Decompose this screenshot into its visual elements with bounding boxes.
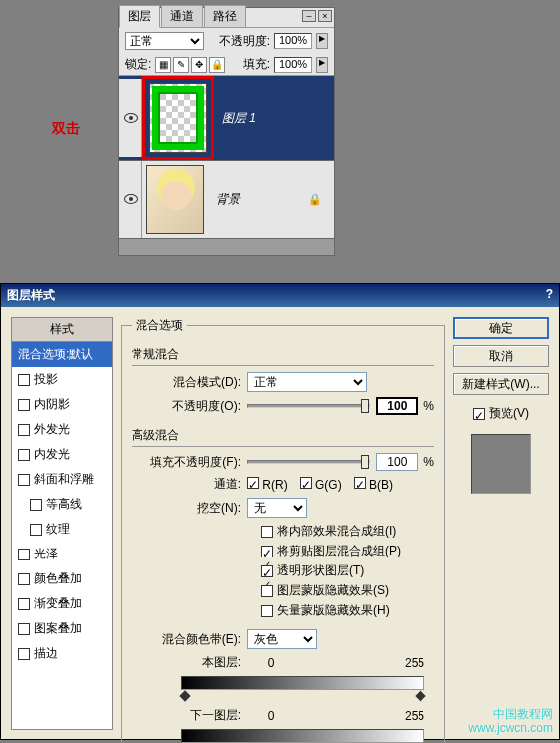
checkbox-icon[interactable] xyxy=(261,585,273,597)
range-min: 0 xyxy=(251,709,291,723)
advanced-check-row[interactable]: ✓透明形状图层(T) xyxy=(261,562,434,579)
range-max: 255 xyxy=(405,709,424,723)
checkbox-icon[interactable] xyxy=(18,648,30,660)
opacity-label: 不透明度: xyxy=(219,33,270,50)
new-style-button[interactable]: 新建样式(W)... xyxy=(453,373,549,395)
checkbox-icon[interactable] xyxy=(30,524,42,536)
checkbox-icon[interactable] xyxy=(18,549,30,560)
style-item[interactable]: 外发光 xyxy=(12,417,112,442)
style-item-label: 图案叠加 xyxy=(34,620,82,637)
style-item-label: 渐变叠加 xyxy=(34,595,82,612)
layer-item[interactable]: 图层 1 xyxy=(119,76,334,161)
help-icon[interactable]: ? xyxy=(546,287,553,304)
dialog-title: 图层样式 xyxy=(7,287,55,304)
blend-mode-select[interactable]: 正常 xyxy=(125,32,204,50)
lock-all-icon[interactable]: 🔒 xyxy=(209,57,225,73)
tab-channels[interactable]: 通道 xyxy=(161,5,203,27)
style-item[interactable]: 光泽 xyxy=(12,542,112,566)
range-min: 0 xyxy=(251,656,291,670)
checkbox-icon[interactable] xyxy=(18,573,30,585)
style-item[interactable]: 纹理 xyxy=(12,517,112,542)
checkbox-icon[interactable]: ✓ xyxy=(261,565,273,577)
checkbox-icon[interactable]: ✓ xyxy=(354,477,366,489)
opacity-slider[interactable] xyxy=(247,404,370,408)
fill-opacity-slider[interactable] xyxy=(247,460,370,464)
close-icon[interactable]: × xyxy=(318,10,332,22)
underlying-gradient[interactable] xyxy=(181,729,424,743)
checkbox-icon[interactable]: ✓ xyxy=(300,477,312,489)
style-item[interactable]: 描边 xyxy=(12,641,112,666)
visibility-icon[interactable] xyxy=(124,194,138,204)
ok-button[interactable]: 确定 xyxy=(453,317,549,339)
visibility-icon[interactable] xyxy=(124,113,138,123)
style-item[interactable]: 混合选项:默认 xyxy=(12,342,112,367)
advanced-check-row[interactable]: 图层蒙版隐藏效果(S) xyxy=(261,582,434,599)
lock-position-icon[interactable]: ✥ xyxy=(191,57,207,73)
opacity-value[interactable]: 100% xyxy=(274,33,312,49)
checkbox-icon[interactable] xyxy=(18,449,30,461)
style-item-label: 内阴影 xyxy=(34,396,70,413)
style-item[interactable]: 斜面和浮雕 xyxy=(12,467,112,492)
fill-label: 填充: xyxy=(243,56,270,73)
advanced-check-row[interactable]: ✓将剪贴图层混合成组(P) xyxy=(261,543,434,559)
lock-image-icon[interactable]: ✎ xyxy=(173,57,189,73)
channel-r[interactable]: ✓ R(R) xyxy=(247,477,288,492)
watermark: 中国教程网 www.jcwcn.com xyxy=(468,707,553,735)
opacity-input[interactable] xyxy=(376,397,418,415)
style-item[interactable]: 图案叠加 xyxy=(12,616,112,641)
checkbox-icon[interactable]: ✓ xyxy=(261,546,273,557)
minimize-icon[interactable]: – xyxy=(302,10,316,22)
style-list-header: 样式 xyxy=(12,318,112,342)
opacity-flyout-icon[interactable]: ▶ xyxy=(316,33,328,49)
main-title: 混合选项 xyxy=(132,317,187,334)
underlying-label: 下一图层: xyxy=(181,707,241,724)
channel-b[interactable]: ✓ B(B) xyxy=(354,477,393,492)
style-item[interactable]: 颜色叠加 xyxy=(12,566,112,591)
checkbox-icon[interactable] xyxy=(18,598,30,610)
blend-if-select[interactable]: 灰色 xyxy=(247,629,317,649)
this-layer-gradient[interactable] xyxy=(181,676,424,690)
annotation-text: 双击 xyxy=(52,120,80,138)
fill-opacity-input[interactable] xyxy=(376,453,418,471)
style-item[interactable]: 内阴影 xyxy=(12,392,112,417)
check-label: 图层蒙版隐藏效果(S) xyxy=(277,582,389,599)
advanced-check-row[interactable]: 将内部效果混合成组(I) xyxy=(261,523,434,540)
style-item[interactable]: 等高线 xyxy=(12,492,112,517)
cancel-button[interactable]: 取消 xyxy=(453,345,549,367)
checkbox-icon[interactable] xyxy=(18,623,30,635)
checkbox-icon[interactable] xyxy=(30,499,42,511)
channel-g[interactable]: ✓ G(G) xyxy=(300,477,342,492)
tab-layers[interactable]: 图层 xyxy=(119,5,160,28)
layer-item[interactable]: 背景 🔒 xyxy=(119,161,334,239)
blend-mode-select[interactable]: 正常 xyxy=(247,372,367,392)
checkbox-icon[interactable] xyxy=(18,374,30,386)
general-group-title: 常规混合 xyxy=(132,346,434,366)
layer-name[interactable]: 背景 xyxy=(208,191,240,208)
blend-if-label: 混合颜色带(E): xyxy=(132,631,241,648)
preview-label: 预览(V) xyxy=(489,405,529,422)
style-item[interactable]: 内发光 xyxy=(12,442,112,467)
style-item[interactable]: 渐变叠加 xyxy=(12,591,112,616)
dialog-titlebar[interactable]: 图层样式 ? xyxy=(1,284,559,307)
pct-label: % xyxy=(423,455,434,469)
tab-paths[interactable]: 路径 xyxy=(204,5,246,27)
preview-checkbox[interactable]: ✓ xyxy=(473,408,485,420)
checkbox-icon[interactable] xyxy=(261,526,273,538)
slider-handle-icon[interactable] xyxy=(179,690,190,701)
checkbox-icon[interactable] xyxy=(18,399,30,411)
fill-value[interactable]: 100% xyxy=(274,57,312,73)
advanced-check-row[interactable]: 矢量蒙版隐藏效果(H) xyxy=(261,602,434,619)
checkbox-icon[interactable] xyxy=(18,424,30,436)
checkbox-icon[interactable] xyxy=(261,605,273,617)
style-item[interactable]: 投影 xyxy=(12,367,112,392)
checkbox-icon[interactable] xyxy=(18,474,30,486)
knockout-select[interactable]: 无 xyxy=(247,498,307,518)
layer-name[interactable]: 图层 1 xyxy=(214,110,256,127)
layer-list: 图层 1 背景 🔒 xyxy=(119,76,334,255)
layer-thumbnail[interactable] xyxy=(146,165,204,234)
lock-transparent-icon[interactable]: ▦ xyxy=(155,57,171,73)
fill-flyout-icon[interactable]: ▶ xyxy=(316,57,328,73)
layer-thumbnail[interactable] xyxy=(149,83,207,153)
checkbox-icon[interactable]: ✓ xyxy=(247,477,259,489)
slider-handle-icon[interactable] xyxy=(415,690,425,701)
